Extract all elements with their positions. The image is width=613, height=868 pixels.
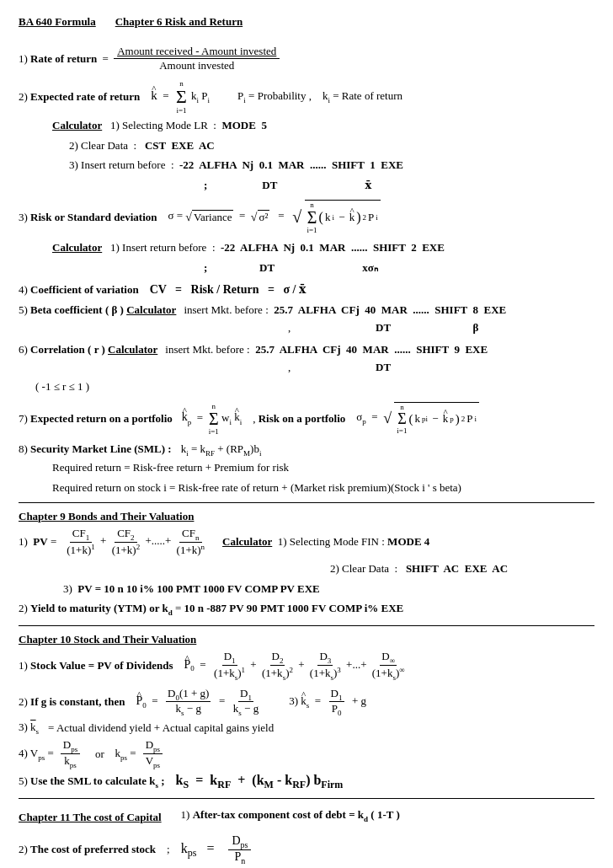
- ch9-title: Chapter 9 Bonds and Their Valuation: [19, 510, 594, 523]
- sqrt-sum-content: n Σ i=1 ( ki − k ) 2 Pi: [305, 200, 381, 234]
- d2-frac: D2 (1+ks)2: [262, 650, 293, 682]
- s3-formula: σ = √ Variance = √ σ² = √ n Σ i=1 ( k: [168, 200, 380, 234]
- khat-p2: k: [443, 412, 449, 426]
- section-5: 5) Beta coefficient ( β ) Calculator ins…: [19, 303, 594, 336]
- s8-label: 8) Security Market Line (SML) :: [19, 442, 172, 456]
- ch9-pv-calc: 3) PV = 10 n 10 i% 100 PMT 1000 FV COMP …: [52, 581, 594, 597]
- calc-label-s3: Calculator: [52, 241, 102, 254]
- ch10-title: Chapter 10 Stock and Their Valuation: [19, 633, 594, 646]
- section-1: 1) Rate of return = Amount received - Am…: [19, 45, 594, 72]
- s5-beta: β: [473, 321, 479, 334]
- s4-row: 4) Coefficient of variation CV = Risk / …: [19, 282, 594, 297]
- ch11-s2-formula: kps = Dps Pn: [181, 834, 256, 865]
- ch10-s3-text: = Actual dividend yield + Actual capital…: [48, 721, 274, 735]
- s7-sigma-p: σp = √ n Σ i=1 ( kpi − kp ) 2 Pi: [356, 402, 479, 435]
- ch10-s4-kps: kps =: [115, 747, 136, 762]
- pl2: (: [408, 412, 413, 426]
- s2-ki-def: ki = Rate of return: [322, 89, 402, 104]
- s2-insert2: ; DT x̄: [204, 177, 594, 194]
- cf2-den: (1+k)2: [112, 543, 141, 557]
- dinf-frac: D∞ (1+ks)∞: [372, 650, 405, 682]
- pow2: 2: [363, 213, 367, 222]
- s2-dt: DT: [262, 179, 277, 191]
- s4-cv: CV = Risk / Return = σ / x̄: [150, 282, 306, 297]
- ch9-pv-row: 1) PV = CF1 (1+k)1 + CF2 (1+k)2 +.....+ …: [19, 527, 594, 557]
- ch10-s2-row: 2) If g is constant, then P0 = D0(1 + g)…: [19, 687, 594, 717]
- ch11-kps-frac: Dps Pn: [228, 834, 251, 865]
- s7b-sigma: Σ: [397, 411, 406, 426]
- pr2: ): [456, 412, 460, 426]
- s6-dt: DT: [376, 361, 391, 373]
- s6-text: insert Mkt. before : 25.7 ALFHA CFj 40 M…: [165, 343, 488, 356]
- s2-main-row: 2) Expected rate of return k = n Σ i=1 k…: [19, 79, 594, 115]
- ch10-s4-label: 4) Vps =: [19, 747, 54, 762]
- s1-eq: =: [99, 52, 111, 66]
- pv-fracn: CFn (1+k)n: [177, 527, 205, 557]
- s2-insert: 3) Insert return before : -22 ALFHA Nj 0…: [69, 157, 594, 174]
- cfn-den: (1+k)n: [177, 543, 205, 557]
- sigma-s7: n Σ i=1: [209, 402, 219, 436]
- ch10-s5-row: 5) Use the SML to calculate ks ; kS = kR…: [19, 773, 594, 791]
- s5-row2: , DT β: [288, 319, 594, 336]
- d0g-frac: D0(1 + g) ks − g: [166, 687, 211, 717]
- wi: i: [229, 417, 232, 426]
- s2-mode: MODE 5: [221, 119, 266, 131]
- s7-label: 7) Expected return on a portfolio: [19, 412, 173, 426]
- s5-text: insert Mkt. before : 25.7 ALFHA CFj 40 M…: [184, 303, 506, 317]
- s3-xsigma: xσₙ: [362, 261, 378, 274]
- s6-row2: , DT: [288, 359, 594, 376]
- kp-sub: p: [188, 417, 192, 426]
- s1-denominator: Amount invested: [159, 59, 234, 72]
- chapter-11: Chapter 11 The cost of Capital 1) After-…: [19, 804, 594, 865]
- pow2b: 2: [461, 415, 466, 423]
- ch10-s2-s3: 3) ks = D1 P0 + g: [289, 687, 366, 717]
- section-3: 3) Risk or Standard deviation σ = √ Vari…: [19, 200, 594, 276]
- sp-sub: p: [362, 417, 366, 426]
- ch10-s1-row: 1) Stock Value = PV of Dividends P0 = D1…: [19, 650, 594, 682]
- kp2-sub: p: [450, 415, 454, 423]
- ch11-title-row: Chapter 11 The cost of Capital 1) After-…: [19, 804, 594, 828]
- d1-frac: D1 (1+ks)1: [214, 650, 245, 682]
- k-hat: k: [151, 88, 157, 103]
- d3-frac: D3 (1+ks)3: [310, 650, 341, 682]
- section-8: 8) Security Market Line (SML) : ki = kRF…: [19, 442, 594, 496]
- k-hat-s2: k: [301, 694, 306, 708]
- header: BA 640 Formula Chapter 6 Risk and Return: [19, 15, 594, 29]
- s6-range: ( -1 ≤ r ≤ 1 ): [35, 378, 594, 395]
- d0g-num: D0(1 + g): [166, 687, 211, 703]
- ki-i: i: [240, 417, 243, 426]
- ch10-s2-formula: P0 = D0(1 + g) ks − g = D1 ks − g: [136, 687, 261, 717]
- sqrt-variance: √ Variance: [185, 210, 233, 224]
- ch10-s3-ks: 3) ks: [19, 721, 39, 736]
- s1-fraction: Amount received - Amount invested Amount…: [114, 45, 280, 72]
- ch10-s1-label: 1) Stock Value = PV of Dividends: [19, 659, 173, 672]
- s2-calc-row: Calculator 1) Selecting Mode LR : MODE 5: [52, 117, 594, 134]
- s2-clear-keys: CST EXE AC: [145, 139, 215, 152]
- s3-label: 3) Risk or Standard deviation: [19, 211, 157, 224]
- header-col1: BA 640 Formula: [19, 15, 96, 29]
- d3-num: D3: [317, 650, 333, 666]
- sqrt-sym2: √: [251, 211, 258, 224]
- s7-formula: kp = n Σ i=1 wi ki: [182, 402, 242, 436]
- kps-den: Vps: [146, 754, 160, 769]
- s2-xbar: x̄: [365, 179, 371, 191]
- d1p0-num: D1: [329, 687, 344, 703]
- ch9-pv-label: 1) PV =: [19, 535, 56, 549]
- pi-sub: i: [208, 96, 211, 104]
- s2-clear: 2) Clear Data : CST EXE AC: [69, 137, 594, 154]
- vps-den: kps: [64, 754, 77, 769]
- s2-pi-def: Pi = Probability ,: [237, 89, 312, 104]
- pv-frac1: CF1 (1+k)1: [67, 527, 95, 557]
- d1ks-num: D1: [238, 687, 253, 703]
- d1-den: (1+ks)1: [214, 666, 245, 682]
- s1-label: 1) Rate of return: [19, 52, 97, 66]
- sigma-symbol: Σ: [176, 88, 187, 106]
- sqrt-big: √: [292, 207, 301, 226]
- d1p0-frac: D1 P0: [329, 687, 344, 717]
- s7-risk-label: , Risk on a portfolio: [253, 412, 345, 426]
- ch9-clear: 2) Clear Data : SHIFT AC EXE AC: [330, 560, 594, 577]
- vps-frac: Dps kps: [61, 738, 80, 769]
- ki-sub: i: [197, 96, 200, 104]
- ch11-s2-label: 2) The cost of preferred stock: [19, 843, 156, 856]
- chapter-10: Chapter 10 Stock and Their Valuation 1) …: [19, 633, 594, 791]
